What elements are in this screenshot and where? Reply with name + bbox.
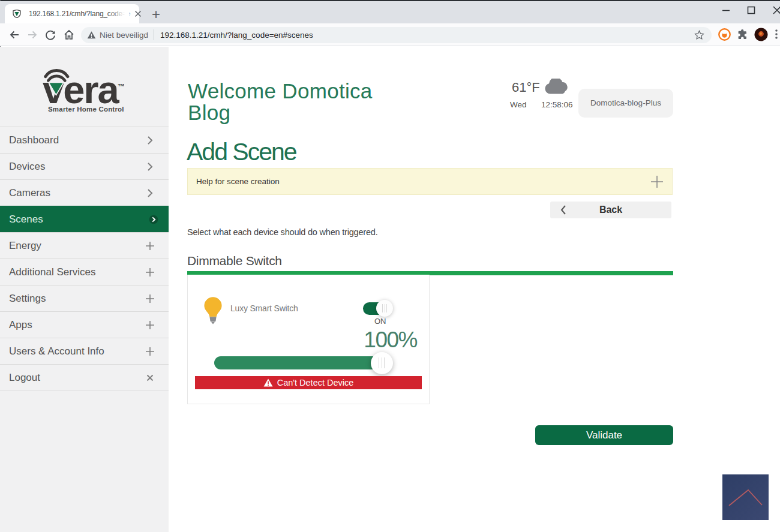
svg-text:Smarter Home Control: Smarter Home Control: [48, 106, 124, 113]
svg-text:™: ™: [118, 82, 125, 91]
